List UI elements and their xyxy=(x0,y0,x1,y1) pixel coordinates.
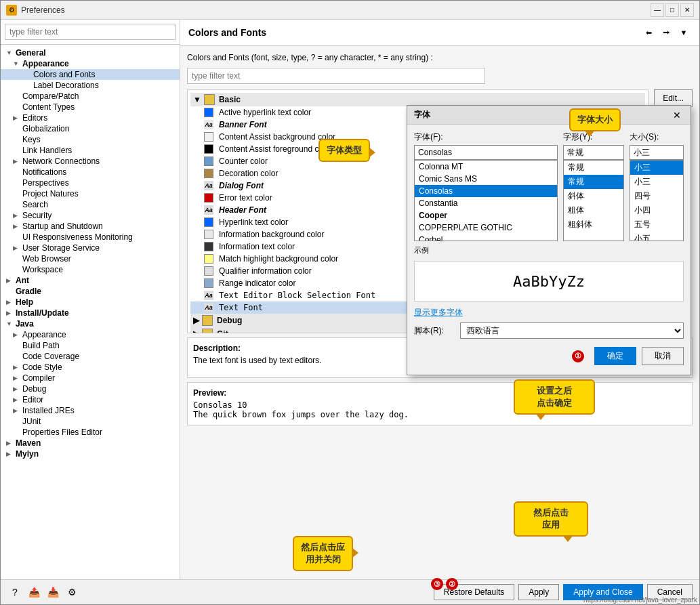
confirm-circle-num: ① xyxy=(572,350,584,362)
apply-button[interactable]: Apply xyxy=(518,584,559,600)
sidebar-item-installed-jres[interactable]: ▶ Installed JREs xyxy=(1,405,180,416)
preview-section: Preview: Consolas 10 The quick brown fox… xyxy=(187,382,693,425)
bottom-left-icons: ? 📤 📥 ⚙ xyxy=(7,585,79,600)
colors-filter-input[interactable] xyxy=(187,68,485,84)
cancel-button[interactable]: Cancel xyxy=(647,584,693,600)
sidebar-item-search[interactable]: Search xyxy=(1,199,180,210)
size-list-item-xiaosi[interactable]: 小四 xyxy=(630,203,683,217)
show-more-link[interactable]: 显示更多字体 xyxy=(414,308,463,317)
sidebar-item-workspace[interactable]: Workspace xyxy=(1,264,180,275)
sidebar-item-gradle[interactable]: Gradle xyxy=(1,286,180,297)
sidebar-item-web-browser[interactable]: Web Browser xyxy=(1,253,180,264)
size-input[interactable] xyxy=(630,145,684,160)
sidebar-item-perspectives[interactable]: Perspectives xyxy=(1,178,180,188)
sidebar-item-maven[interactable]: ▶ Maven xyxy=(1,438,180,448)
preview-line-1: Consolas 10 xyxy=(193,400,686,410)
settings-icon[interactable]: ⚙ xyxy=(64,585,79,600)
font-column: 字体(F): Colonna MT Comic Sans MS Consolas… xyxy=(414,131,558,241)
export-icon[interactable]: 📤 xyxy=(26,585,41,600)
font-list-item-comic[interactable]: Comic Sans MS xyxy=(415,173,557,185)
font-list-item-corbel[interactable]: Corbel xyxy=(415,234,557,241)
style-list-item-italic[interactable]: 斜体 xyxy=(564,189,623,203)
sidebar-item-code-style[interactable]: ▶ Code Style xyxy=(1,362,180,373)
sidebar-item-java[interactable]: ▼ Java xyxy=(1,318,180,329)
sidebar-item-java-appearance[interactable]: ▶ Appearance xyxy=(1,329,180,340)
apply-and-close-button[interactable]: Apply and Close xyxy=(563,584,642,600)
search-input[interactable] xyxy=(5,24,176,40)
font-list-item-constantia[interactable]: Constantia xyxy=(415,197,557,209)
sidebar-item-mylyn[interactable]: ▶ Mylyn xyxy=(1,448,180,459)
style-list-item-regular1[interactable]: 常规 xyxy=(564,161,623,175)
sidebar-item-network[interactable]: ▶ Network Connections xyxy=(1,156,180,167)
font-list-item-consolas[interactable]: Consolas xyxy=(415,185,557,197)
minimize-button[interactable]: — xyxy=(651,3,664,17)
style-list-item-bold-italic[interactable]: 粗斜体 xyxy=(564,217,623,232)
sidebar-item-colors-fonts[interactable]: Colors and Fonts xyxy=(1,69,180,80)
font-list-item-colonna[interactable]: Colonna MT xyxy=(415,161,557,173)
window-title: Preferences xyxy=(21,5,65,15)
bottom-right-buttons: Restore Defaults Apply Apply and Close C… xyxy=(434,584,693,600)
panel-header: Colors and Fonts ⬅ ⮕ ▼ xyxy=(180,20,699,46)
nav-forward-button[interactable]: ⮕ xyxy=(659,25,674,40)
style-label: 字形(Y): xyxy=(563,131,624,143)
font-list-item-copperplate[interactable]: COPPERPLATE GOTHIC xyxy=(415,222,557,234)
sidebar-item-content-types[interactable]: Content Types xyxy=(1,102,180,112)
search-box xyxy=(1,20,180,45)
maximize-button[interactable]: □ xyxy=(665,3,679,17)
size-list-item-xiaosan1[interactable]: 小三 xyxy=(630,161,683,175)
dialog-preview-text: AaBbYyZz xyxy=(513,273,585,290)
sidebar-item-junit[interactable]: JUnit xyxy=(1,416,180,427)
sidebar-item-code-coverage[interactable]: Code Coverage xyxy=(1,351,180,362)
sidebar-item-label-decorations[interactable]: Label Decorations xyxy=(1,80,180,91)
sidebar-item-editors[interactable]: ▶ Editors xyxy=(1,112,180,123)
sidebar-item-general[interactable]: ▼ General xyxy=(1,47,180,58)
sidebar-item-properties-files[interactable]: Properties Files Editor xyxy=(1,427,180,438)
sidebar-item-security[interactable]: ▶ Security xyxy=(1,210,180,221)
script-select[interactable]: 西欧语言 xyxy=(460,322,684,339)
restore-defaults-button[interactable]: Restore Defaults xyxy=(434,584,514,600)
font-input[interactable] xyxy=(414,145,558,160)
nav-back-button[interactable]: ⬅ xyxy=(641,25,656,40)
title-bar: ⚙ Preferences — □ ✕ xyxy=(1,1,699,20)
sidebar-item-appearance[interactable]: ▼ Appearance xyxy=(1,58,180,69)
sidebar-item-notifications[interactable]: Notifications xyxy=(1,167,180,178)
font-list[interactable]: Colonna MT Comic Sans MS Consolas Consta… xyxy=(414,160,558,241)
dialog-close-button[interactable]: ✕ xyxy=(670,110,684,121)
sidebar-item-link-handlers[interactable]: Link Handlers xyxy=(1,145,180,156)
dialog-cancel-button[interactable]: 取消 xyxy=(642,347,684,365)
sidebar-item-install-update[interactable]: ▶ Install/Update xyxy=(1,308,180,318)
sidebar-item-help[interactable]: ▶ Help xyxy=(1,297,180,308)
import-icon[interactable]: 📥 xyxy=(45,585,60,600)
size-list[interactable]: 小三 小三 四号 小四 五号 小五 六号 小六 xyxy=(630,160,684,241)
sidebar-item-ui-responsiveness[interactable]: UI Responsiveness Monitoring xyxy=(1,232,180,243)
sidebar-item-user-storage[interactable]: ▶ User Storage Service xyxy=(1,243,180,253)
preview-label: Preview: xyxy=(193,388,686,398)
sidebar-item-ant[interactable]: ▶ Ant xyxy=(1,275,180,286)
style-list-item-bold[interactable]: 粗体 xyxy=(564,203,623,217)
style-list[interactable]: 常规 常规 斜体 粗体 粗斜体 xyxy=(563,160,624,241)
sidebar-item-build-path[interactable]: Build Path xyxy=(1,340,180,351)
sidebar-item-project-natures[interactable]: Project Natures xyxy=(1,188,180,199)
dialog-body: 字体(F): Colonna MT Comic Sans MS Consolas… xyxy=(407,125,691,375)
size-list-item-xiaosan2[interactable]: 小三 xyxy=(630,175,683,189)
sidebar-item-startup[interactable]: ▶ Startup and Shutdown xyxy=(1,221,180,232)
font-list-item-cooper[interactable]: Cooper xyxy=(415,209,557,222)
size-list-item-xiaowu[interactable]: 小五 xyxy=(630,232,683,241)
nav-menu-button[interactable]: ▼ xyxy=(676,25,691,40)
dialog-confirm-button[interactable]: 确定 xyxy=(594,347,636,365)
sidebar-item-globalization[interactable]: Globalization xyxy=(1,123,180,134)
style-column: 字形(Y): 常规 常规 斜体 粗体 粗斜体 xyxy=(563,131,624,241)
style-input[interactable] xyxy=(563,145,624,160)
style-list-item-regular2[interactable]: 常规 xyxy=(564,175,623,189)
sidebar-item-compiler[interactable]: ▶ Compiler xyxy=(1,373,180,383)
sidebar-item-java-editor[interactable]: ▶ Editor xyxy=(1,394,180,405)
size-column: 大小(S): 小三 小三 四号 小四 五号 小五 六号 小六 xyxy=(630,131,684,241)
sidebar-item-compare-patch[interactable]: Compare/Patch xyxy=(1,91,180,102)
size-list-item-sihao[interactable]: 四号 xyxy=(630,189,683,203)
size-list-item-wuhao[interactable]: 五号 xyxy=(630,217,683,232)
color-group-basic-header[interactable]: ▼ Basic xyxy=(190,93,645,106)
help-icon[interactable]: ? xyxy=(7,585,22,600)
close-button[interactable]: ✕ xyxy=(680,3,694,17)
sidebar-item-keys[interactable]: Keys xyxy=(1,134,180,145)
sidebar-item-java-debug[interactable]: ▶ Debug xyxy=(1,383,180,394)
